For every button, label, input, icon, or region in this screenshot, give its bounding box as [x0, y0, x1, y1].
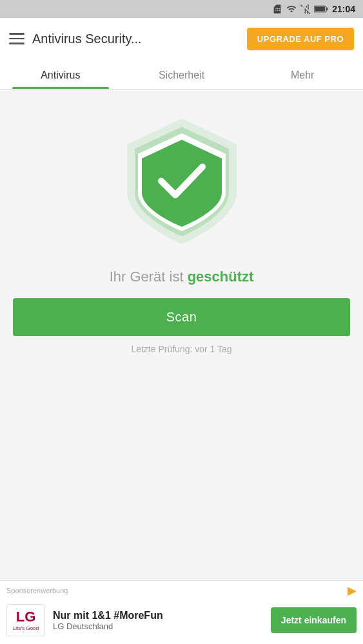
tab-antivirus[interactable]: Antivirus — [0, 59, 121, 89]
svg-rect-2 — [326, 8, 328, 11]
upgrade-button[interactable]: UPGRADE AUF PRO — [247, 28, 354, 50]
sim-icon — [272, 4, 282, 14]
status-text: Ihr Gerät ist geschützt — [110, 269, 254, 285]
ad-cta-button[interactable]: Jetzt einkaufen — [271, 607, 357, 633]
main-content: Ihr Gerät ist geschützt Scan Letzte Prüf… — [0, 90, 363, 641]
scan-button[interactable]: Scan — [13, 298, 350, 336]
signal-icon — [300, 4, 311, 14]
ad-label-row: Sponsorenwerbung ▶ — [0, 581, 363, 599]
ad-headline: Nur mit 1&1 #MoreFun — [53, 609, 263, 621]
ad-play-icon: ▶ — [348, 583, 357, 598]
last-scan-text: Letzte Prüfung: vor 1 Tag — [131, 344, 231, 354]
battery-icon — [314, 5, 328, 14]
lg-slogan: Life's Good — [13, 625, 39, 631]
ad-content: LG Life's Good Nur mit 1&1 #MoreFun LG D… — [0, 599, 363, 644]
ad-text: Nur mit 1&1 #MoreFun LG Deutschland — [53, 609, 263, 631]
ad-banner: Sponsorenwerbung ▶ LG Life's Good Nur mi… — [0, 580, 363, 644]
tab-bar: Antivirus Sicherheit Mehr — [0, 59, 363, 90]
shield-container — [111, 109, 253, 251]
lg-logo: LG Life's Good — [6, 604, 45, 636]
app-bar: Antivirus Security... UPGRADE AUF PRO — [0, 18, 363, 59]
sponsor-label: Sponsorenwerbung — [6, 587, 68, 594]
status-time: 21:04 — [332, 4, 355, 14]
tab-sicherheit[interactable]: Sicherheit — [121, 59, 242, 89]
lg-logo-text: LG — [16, 610, 36, 624]
svg-rect-1 — [315, 6, 325, 11]
shield-icon — [111, 109, 253, 251]
app-title: Antivirus Security... — [32, 32, 239, 46]
status-bar: 21:04 — [0, 0, 363, 18]
wifi-icon — [286, 4, 297, 14]
status-icons — [272, 4, 328, 14]
menu-icon[interactable] — [9, 33, 25, 44]
tab-mehr[interactable]: Mehr — [242, 59, 363, 89]
ad-subline: LG Deutschland — [53, 621, 263, 631]
